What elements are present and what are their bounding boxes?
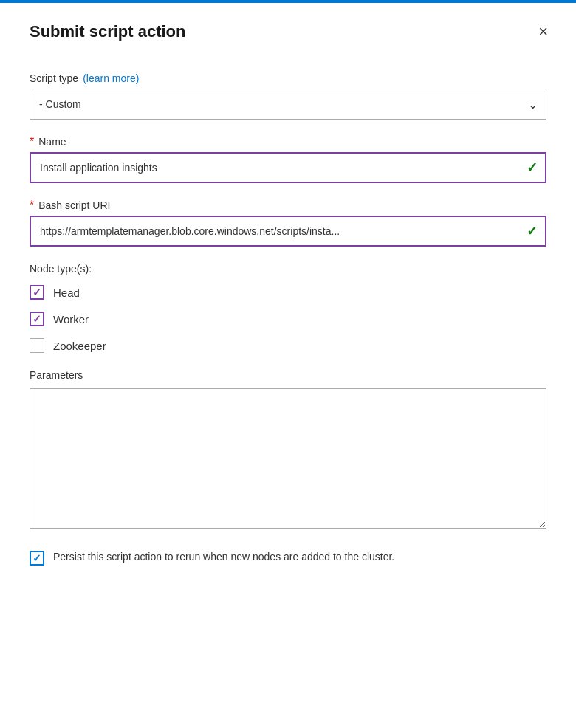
- checkbox-zookeeper[interactable]: [30, 338, 44, 353]
- bash-uri-label-text: Bash script URI: [38, 199, 110, 211]
- submit-script-action-dialog: Submit script action × Script type (lear…: [0, 0, 576, 728]
- checkbox-zookeeper-label: Zookeeper: [53, 340, 106, 352]
- node-types-checkbox-group: ✓ Head ✓ Worker Zookeeper: [30, 285, 546, 353]
- dialog-title: Submit script action: [30, 22, 185, 41]
- top-bar: [0, 0, 576, 3]
- parameters-textarea[interactable]: [30, 388, 546, 529]
- script-type-label: Script type (learn more): [30, 72, 546, 84]
- name-input[interactable]: [30, 152, 546, 183]
- persist-checkbox-check: ✓: [32, 552, 41, 564]
- bash-uri-input-wrapper: ✓: [30, 216, 546, 247]
- name-check-icon: ✓: [527, 159, 538, 176]
- checkbox-head-label: Head: [53, 286, 80, 299]
- bash-uri-input[interactable]: [30, 216, 546, 247]
- bash-script-uri-group: * Bash script URI ✓: [30, 199, 546, 247]
- script-type-label-text: Script type: [30, 72, 78, 84]
- required-star-name: *: [30, 136, 34, 148]
- dialog-header: Submit script action ×: [0, 0, 576, 58]
- checkbox-head-check: ✓: [32, 287, 41, 298]
- persist-label: Persist this script action to rerun when…: [53, 549, 394, 565]
- name-label-text: Name: [38, 136, 66, 148]
- parameters-label: Parameters: [30, 369, 546, 381]
- checkbox-head[interactable]: ✓: [30, 285, 44, 300]
- parameters-group: Parameters: [30, 369, 546, 532]
- bash-uri-label: * Bash script URI: [30, 199, 546, 211]
- checkbox-item-zookeeper[interactable]: Zookeeper: [30, 338, 546, 353]
- persist-checkbox[interactable]: ✓: [30, 551, 44, 566]
- node-types-group: Node type(s): ✓ Head ✓ Worker: [30, 263, 546, 353]
- close-button[interactable]: ×: [532, 21, 554, 43]
- script-type-select[interactable]: - Custom Bash PowerShell: [30, 89, 546, 120]
- dialog-body: Script type (learn more) - Custom Bash P…: [0, 58, 576, 588]
- learn-more-link[interactable]: (learn more): [83, 72, 139, 84]
- persist-section: ✓ Persist this script action to rerun wh…: [30, 549, 546, 566]
- checkbox-worker-label: Worker: [53, 313, 89, 326]
- name-label: * Name: [30, 136, 546, 148]
- name-field-group: * Name ✓: [30, 136, 546, 183]
- script-type-select-wrapper: - Custom Bash PowerShell ⌄: [30, 89, 546, 120]
- required-star-uri: *: [30, 199, 34, 211]
- checkbox-item-head[interactable]: ✓ Head: [30, 285, 546, 300]
- checkbox-item-worker[interactable]: ✓ Worker: [30, 312, 546, 326]
- checkbox-worker[interactable]: ✓: [30, 312, 44, 326]
- script-type-group: Script type (learn more) - Custom Bash P…: [30, 72, 546, 120]
- bash-uri-check-icon: ✓: [527, 223, 538, 239]
- checkbox-worker-check: ✓: [32, 314, 41, 324]
- node-types-label: Node type(s):: [30, 263, 546, 275]
- name-input-wrapper: ✓: [30, 152, 546, 183]
